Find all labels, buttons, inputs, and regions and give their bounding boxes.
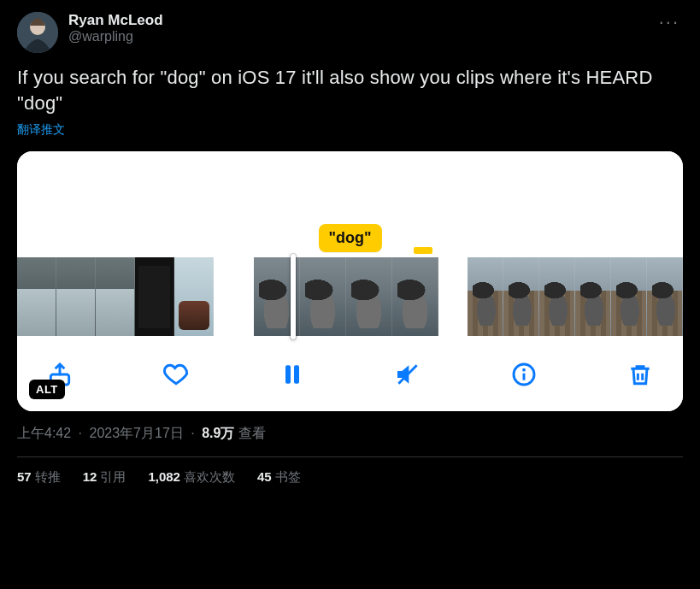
clip-group[interactable]	[468, 257, 683, 336]
author-handle: @warpling	[68, 29, 645, 44]
video-timeline[interactable]	[17, 256, 683, 338]
stat-quotes[interactable]: 12引用	[83, 469, 126, 486]
svg-rect-3	[285, 366, 291, 384]
tweet-stats: 57转推 12引用 1,082喜欢次数 45书签	[17, 457, 683, 486]
stat-bookmarks[interactable]: 45书签	[257, 469, 301, 486]
more-icon[interactable]: ···	[656, 12, 683, 32]
svg-rect-4	[294, 366, 299, 384]
alt-badge[interactable]: ALT	[29, 380, 65, 399]
clip-frame	[56, 257, 96, 336]
views-count: 8.9万	[202, 426, 234, 440]
stat-likes[interactable]: 1,082喜欢次数	[148, 469, 235, 486]
tweet: Ryan McLeod @warpling ··· If you search …	[0, 0, 700, 494]
views-label: 查看	[238, 426, 266, 440]
svg-point-6	[522, 368, 526, 372]
clip-frame	[346, 257, 392, 336]
clip-frame	[392, 257, 438, 336]
quotes-count: 12	[83, 469, 97, 484]
tweet-meta: 上午4:42 · 2023年7月17日 · 8.9万 查看	[17, 425, 683, 443]
clip-frame	[17, 257, 56, 336]
clip-group[interactable]	[254, 257, 438, 336]
clip-frame	[539, 257, 575, 336]
clip-frame	[575, 257, 611, 336]
clip-frame	[300, 257, 346, 336]
quotes-label: 引用	[100, 469, 126, 484]
clip-frame	[174, 257, 214, 336]
tweet-time[interactable]: 上午4:42	[17, 426, 71, 440]
media-controls	[17, 338, 683, 411]
translate-link[interactable]: 翻译推文	[17, 122, 683, 138]
clip-frame	[647, 257, 683, 336]
clip-frame	[135, 257, 174, 336]
pause-icon[interactable]	[277, 359, 308, 390]
author-names[interactable]: Ryan McLeod @warpling	[68, 12, 645, 44]
avatar[interactable]	[17, 12, 58, 53]
author-display-name: Ryan McLeod	[68, 12, 645, 29]
clip-strip	[17, 256, 683, 338]
clip-group[interactable]	[17, 257, 214, 336]
retweets-count: 57	[17, 469, 32, 484]
media-top: "dog"	[17, 151, 683, 256]
trash-icon[interactable]	[625, 359, 656, 390]
mute-icon[interactable]	[392, 359, 423, 390]
retweets-label: 转推	[35, 469, 61, 484]
likes-count: 1,082	[148, 469, 180, 484]
info-icon[interactable]	[509, 359, 539, 390]
tweet-date[interactable]: 2023年7月17日	[90, 426, 184, 440]
heart-icon[interactable]	[161, 359, 191, 390]
playhead[interactable]	[291, 254, 296, 339]
clip-frame	[503, 257, 539, 336]
search-chip: "dog"	[318, 224, 381, 252]
stat-retweets[interactable]: 57转推	[17, 469, 61, 486]
bookmarks-label: 书签	[275, 469, 301, 484]
bookmarks-count: 45	[257, 469, 272, 484]
clip-frame	[611, 257, 647, 336]
clip-frame	[96, 257, 135, 336]
media-card[interactable]: "dog"	[17, 151, 683, 411]
tweet-text: If you search for "dog" on iOS 17 it'll …	[17, 65, 683, 115]
likes-label: 喜欢次数	[184, 469, 235, 484]
clip-frame	[468, 257, 503, 336]
tweet-header: Ryan McLeod @warpling ···	[17, 12, 683, 53]
